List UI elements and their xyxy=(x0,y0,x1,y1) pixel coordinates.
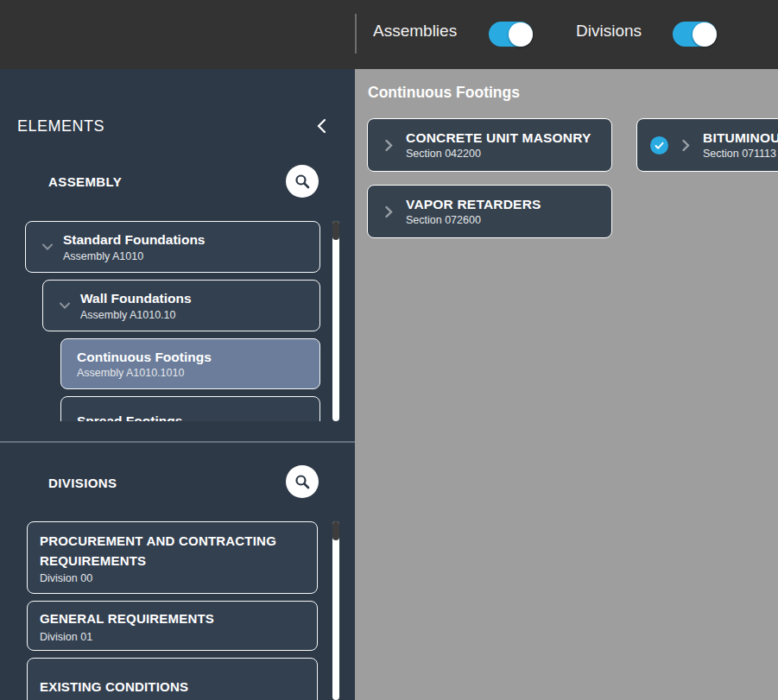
tree-item-text: Wall Foundations Assembly A1010.10 xyxy=(80,290,192,321)
division-title: GENERAL REQUIREMENTS xyxy=(40,609,305,628)
chevron-right-icon[interactable] xyxy=(678,137,693,153)
tree-item-text: Continuous Footings Assembly A1010.1010 xyxy=(77,349,212,380)
top-bar: Assemblies Divisions xyxy=(0,0,778,69)
tree-item-title: Continuous Footings xyxy=(77,349,212,367)
section-card-concrete-unit-masonry[interactable]: CONCRETE UNIT MASONRY Section 042200 xyxy=(367,118,612,172)
assembly-search-button[interactable] xyxy=(286,165,319,198)
check-circle-icon xyxy=(650,136,668,155)
section-card-subtitle: Section 071113 xyxy=(703,148,778,160)
tree-item-spread-footings[interactable]: Spread Footings xyxy=(60,396,320,421)
divisions-search-button[interactable] xyxy=(286,465,319,498)
division-item-02[interactable]: EXISTING CONDITIONS Division 02 xyxy=(27,658,318,700)
chevron-down-icon[interactable] xyxy=(40,239,55,255)
assembly-scrollbar-thumb[interactable] xyxy=(332,221,339,240)
assemblies-toggle[interactable] xyxy=(489,22,533,47)
assemblies-toggle-label: Assemblies xyxy=(373,22,457,41)
division-title: PROCUREMENT AND CONTRACTING REQUIREMENTS xyxy=(40,531,305,571)
chevron-left-icon xyxy=(313,117,331,135)
toggle-thumb xyxy=(509,22,533,47)
chevron-right-icon[interactable] xyxy=(381,137,396,153)
division-subtitle: Division 00 xyxy=(40,572,305,584)
division-subtitle: Division 01 xyxy=(40,631,305,643)
section-card-title: BITUMINOUS xyxy=(703,130,778,146)
tree-item-subtitle: Assembly A1010 xyxy=(63,250,205,262)
section-card-text: CONCRETE UNIT MASONRY Section 042200 xyxy=(406,130,591,160)
divisions-scrollbar[interactable] xyxy=(332,521,339,700)
check-icon xyxy=(654,140,665,151)
section-card-title: CONCRETE UNIT MASONRY xyxy=(406,130,591,146)
divisions-scrollbar-thumb[interactable] xyxy=(332,521,339,540)
sidebar: ELEMENTS ASSEMBLY Standard Foundations A… xyxy=(0,69,355,700)
assembly-tree: Standard Foundations Assembly A1010 Wall… xyxy=(0,221,332,421)
tree-item-title: Wall Foundations xyxy=(80,290,192,308)
section-card-subtitle: Section 042200 xyxy=(406,148,591,160)
tree-item-subtitle: Assembly A1010.10 xyxy=(80,309,192,321)
divisions-panel-title: DIVISIONS xyxy=(48,476,117,490)
section-card-text: BITUMINOUS Section 071113 xyxy=(703,130,778,160)
search-icon xyxy=(293,472,312,491)
toggle-thumb xyxy=(693,22,717,47)
divisions-list: PROCUREMENT AND CONTRACTING REQUIREMENTS… xyxy=(0,521,332,700)
sidebar-title: ELEMENTS xyxy=(17,117,104,136)
divisions-toggle[interactable] xyxy=(673,22,717,47)
section-card-subtitle: Section 072600 xyxy=(406,214,541,226)
tree-item-title: Spread Footings xyxy=(77,413,182,421)
topbar-divider xyxy=(355,14,357,54)
section-card-title: VAPOR RETARDERS xyxy=(406,197,541,212)
division-item-00[interactable]: PROCUREMENT AND CONTRACTING REQUIREMENTS… xyxy=(27,521,318,594)
chevron-down-icon[interactable] xyxy=(57,298,73,313)
divisions-toggle-label: Divisions xyxy=(576,22,642,41)
assembly-scrollbar[interactable] xyxy=(332,221,339,421)
assembly-panel-title: ASSEMBLY xyxy=(48,174,122,189)
section-card-bituminous[interactable]: BITUMINOUS Section 071113 xyxy=(636,118,778,172)
main-content: Continuous Footings CONCRETE UNIT MASONR… xyxy=(355,69,778,700)
division-title: EXISTING CONDITIONS xyxy=(40,677,305,697)
tree-item-continuous-footings-selected[interactable]: Continuous Footings Assembly A1010.1010 xyxy=(60,338,320,389)
tree-item-text: Standard Foundations Assembly A1010 xyxy=(63,231,205,262)
page-title: Continuous Footings xyxy=(368,84,520,102)
section-card-text: VAPOR RETARDERS Section 072600 xyxy=(406,197,541,226)
search-icon xyxy=(293,172,312,191)
tree-item-title: Standard Foundations xyxy=(63,231,205,249)
section-card-vapor-retarders[interactable]: VAPOR RETARDERS Section 072600 xyxy=(367,185,612,238)
collapse-sidebar-button[interactable] xyxy=(313,117,331,135)
tree-item-text: Spread Footings xyxy=(77,413,182,421)
division-item-01[interactable]: GENERAL REQUIREMENTS Division 01 xyxy=(27,601,318,651)
tree-item-subtitle: Assembly A1010.1010 xyxy=(77,367,212,379)
panel-divider xyxy=(0,441,355,443)
tree-item-standard-foundations[interactable]: Standard Foundations Assembly A1010 xyxy=(25,221,320,273)
tree-item-wall-foundations[interactable]: Wall Foundations Assembly A1010.10 xyxy=(42,280,320,331)
chevron-right-icon[interactable] xyxy=(381,204,396,219)
